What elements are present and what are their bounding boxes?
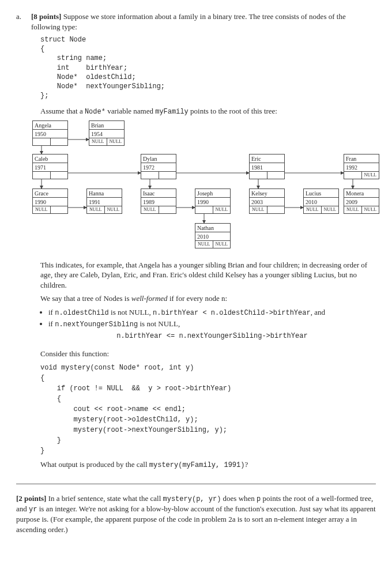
code-line: Node* oldestChild; xyxy=(40,73,376,82)
wellformed-rules: if n.oldestChild is not NULL, n.birthYea… xyxy=(48,307,376,341)
node-isaac: Isaac 1989 NULL xyxy=(141,189,176,214)
struct-node-code: struct Node { string name; int birthYear… xyxy=(40,35,376,100)
node-eric: Eric 1981 xyxy=(249,154,285,179)
part-a-intro: Suppose we store information about a fam… xyxy=(31,12,346,31)
part-b-points: [2 points] xyxy=(16,494,46,503)
node-grace: Grace 1990 NULL xyxy=(32,189,68,214)
rule-2: if n.nextYoungerSibling is not NULL, n.b… xyxy=(48,319,376,341)
code-line: }; xyxy=(40,91,376,100)
part-a-points: [8 points] xyxy=(31,12,61,21)
part-a-heading: a. [8 points] Suppose we store informati… xyxy=(16,12,376,32)
part-a-label: a. xyxy=(16,12,27,32)
family-tree-diagram: Angela 1950 Brian 1954 NULLNULL Caleb 19… xyxy=(32,120,383,252)
node-kelsey: Kelsey 2003 NULL xyxy=(249,189,285,214)
node-fran: Fran 1992 NULL xyxy=(344,154,379,179)
node-angela: Angela 1950 xyxy=(32,120,68,146)
code-line: int birthYear; xyxy=(40,63,376,73)
question-a: What output is produced by the call myst… xyxy=(40,459,376,470)
node-monera: Monera 2009 NULLNULL xyxy=(344,189,379,214)
node-caleb: Caleb 1971 xyxy=(32,154,68,179)
node-dylan: Dylan 1972 xyxy=(141,154,176,179)
part-b: [2 points] In a brief sentence, state wh… xyxy=(16,484,376,534)
assume-line: Assume that a Node* variable named myFam… xyxy=(40,106,376,116)
code-line: struct Node xyxy=(40,35,376,44)
consider-line: Consider this function: xyxy=(40,349,376,359)
node-brian: Brian 1954 NULLNULL xyxy=(89,120,125,146)
code-line: string name; xyxy=(40,54,376,63)
code-line: { xyxy=(40,44,376,54)
mystery-code: void mystery(const Node* root, int y) { … xyxy=(40,363,376,456)
explain-paragraph-1: This indicates, for example, that Angela… xyxy=(40,260,376,291)
rule-1: if n.oldestChild is not NULL, n.birthYea… xyxy=(48,307,376,318)
node-hanna: Hanna 1991 NULLNULL xyxy=(86,189,122,214)
node-lucius: Lucius 2010 NULLNULL xyxy=(303,189,339,214)
wellformed-intro: We say that a tree of Nodes is well-form… xyxy=(40,293,376,304)
node-nathan: Nathan 2010 NULLNULL xyxy=(195,223,231,248)
node-joseph: Joseph 1990 NULL xyxy=(195,189,231,214)
code-line: Node* nextYoungerSibling; xyxy=(40,82,376,91)
